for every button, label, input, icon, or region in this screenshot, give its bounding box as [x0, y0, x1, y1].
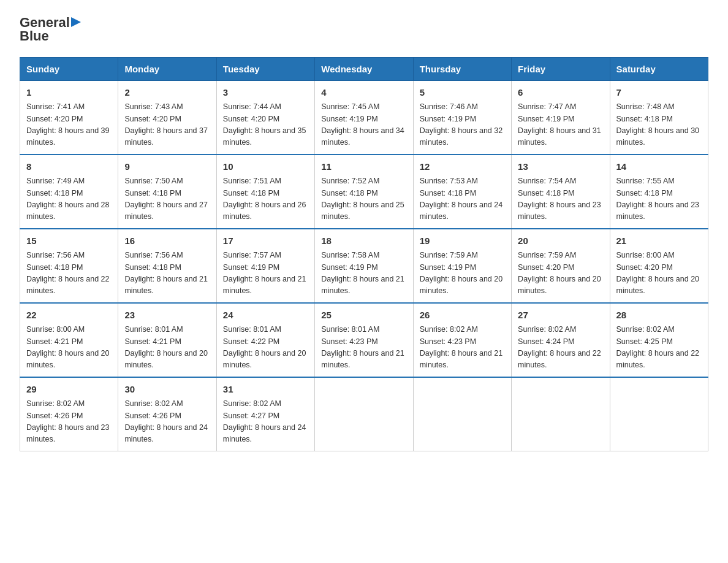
day-number: 4	[321, 86, 406, 100]
logo-text-blue: Blue	[20, 28, 49, 44]
day-info: Sunrise: 8:02 AMSunset: 4:25 PMDaylight:…	[616, 324, 702, 372]
calendar-cell: 1Sunrise: 7:41 AMSunset: 4:20 PMDaylight…	[20, 80, 118, 155]
day-info: Sunrise: 7:59 AMSunset: 4:19 PMDaylight:…	[420, 250, 505, 297]
logo: General Blue	[20, 15, 83, 45]
header-wednesday: Wednesday	[315, 57, 413, 80]
calendar-cell: 26Sunrise: 8:02 AMSunset: 4:23 PMDayligh…	[413, 303, 511, 377]
header-saturday: Saturday	[610, 57, 708, 80]
day-number: 8	[26, 160, 112, 174]
day-number: 17	[223, 234, 308, 248]
calendar-body: 1Sunrise: 7:41 AMSunset: 4:20 PMDaylight…	[20, 80, 708, 451]
day-number: 25	[321, 308, 406, 323]
header-tuesday: Tuesday	[216, 57, 314, 80]
week-row-4: 22Sunrise: 8:00 AMSunset: 4:21 PMDayligh…	[20, 303, 708, 377]
day-number: 19	[420, 234, 505, 248]
header-sunday: Sunday	[20, 57, 118, 80]
svg-marker-0	[71, 17, 81, 27]
day-number: 11	[321, 160, 406, 174]
header-row: SundayMondayTuesdayWednesdayThursdayFrid…	[20, 57, 708, 80]
calendar-cell: 31Sunrise: 8:02 AMSunset: 4:27 PMDayligh…	[216, 377, 314, 451]
calendar-cell	[610, 377, 708, 451]
day-number: 26	[420, 308, 505, 323]
calendar-cell: 29Sunrise: 8:02 AMSunset: 4:26 PMDayligh…	[20, 377, 118, 451]
day-info: Sunrise: 7:51 AMSunset: 4:18 PMDaylight:…	[223, 175, 308, 223]
calendar-cell: 14Sunrise: 7:55 AMSunset: 4:18 PMDayligh…	[610, 155, 708, 229]
calendar-cell	[512, 377, 610, 451]
week-row-3: 15Sunrise: 7:56 AMSunset: 4:18 PMDayligh…	[20, 229, 708, 303]
day-info: Sunrise: 7:56 AMSunset: 4:18 PMDaylight:…	[26, 250, 112, 297]
calendar-cell: 8Sunrise: 7:49 AMSunset: 4:18 PMDaylight…	[20, 155, 118, 229]
calendar-cell: 11Sunrise: 7:52 AMSunset: 4:18 PMDayligh…	[315, 155, 413, 229]
calendar-cell: 17Sunrise: 7:57 AMSunset: 4:19 PMDayligh…	[216, 229, 314, 303]
calendar-cell: 23Sunrise: 8:01 AMSunset: 4:21 PMDayligh…	[118, 303, 216, 377]
page-header: General Blue	[20, 15, 708, 45]
day-number: 1	[26, 86, 112, 100]
calendar-cell: 15Sunrise: 7:56 AMSunset: 4:18 PMDayligh…	[20, 229, 118, 303]
calendar-cell: 12Sunrise: 7:53 AMSunset: 4:18 PMDayligh…	[413, 155, 511, 229]
day-info: Sunrise: 7:41 AMSunset: 4:20 PMDaylight:…	[26, 101, 112, 149]
day-number: 9	[124, 160, 210, 174]
calendar-cell: 9Sunrise: 7:50 AMSunset: 4:18 PMDaylight…	[118, 155, 216, 229]
day-number: 6	[518, 86, 603, 100]
day-number: 24	[223, 308, 308, 323]
day-info: Sunrise: 7:48 AMSunset: 4:18 PMDaylight:…	[616, 101, 702, 149]
day-info: Sunrise: 8:02 AMSunset: 4:24 PMDaylight:…	[518, 324, 603, 372]
calendar-cell: 13Sunrise: 7:54 AMSunset: 4:18 PMDayligh…	[512, 155, 610, 229]
week-row-5: 29Sunrise: 8:02 AMSunset: 4:26 PMDayligh…	[20, 377, 708, 451]
calendar-cell: 22Sunrise: 8:00 AMSunset: 4:21 PMDayligh…	[20, 303, 118, 377]
header-monday: Monday	[118, 57, 216, 80]
day-number: 14	[616, 160, 702, 174]
day-number: 16	[124, 234, 210, 248]
day-number: 27	[518, 308, 603, 323]
day-number: 7	[616, 86, 702, 100]
day-number: 29	[26, 383, 112, 397]
day-number: 28	[616, 308, 702, 323]
calendar-cell: 24Sunrise: 8:01 AMSunset: 4:22 PMDayligh…	[216, 303, 314, 377]
calendar-cell: 4Sunrise: 7:45 AMSunset: 4:19 PMDaylight…	[315, 80, 413, 155]
day-info: Sunrise: 8:00 AMSunset: 4:20 PMDaylight:…	[616, 250, 702, 297]
calendar-cell: 20Sunrise: 7:59 AMSunset: 4:20 PMDayligh…	[512, 229, 610, 303]
day-info: Sunrise: 7:57 AMSunset: 4:19 PMDaylight:…	[223, 250, 308, 297]
day-info: Sunrise: 7:55 AMSunset: 4:18 PMDaylight:…	[616, 175, 702, 223]
day-number: 20	[518, 234, 603, 248]
day-number: 30	[124, 383, 210, 397]
day-info: Sunrise: 8:01 AMSunset: 4:22 PMDaylight:…	[223, 324, 308, 372]
day-info: Sunrise: 7:58 AMSunset: 4:19 PMDaylight:…	[321, 250, 406, 297]
calendar-cell: 25Sunrise: 8:01 AMSunset: 4:23 PMDayligh…	[315, 303, 413, 377]
day-info: Sunrise: 7:45 AMSunset: 4:19 PMDaylight:…	[321, 101, 406, 149]
day-info: Sunrise: 7:54 AMSunset: 4:18 PMDaylight:…	[518, 175, 603, 223]
day-number: 23	[124, 308, 210, 323]
calendar-cell: 16Sunrise: 7:56 AMSunset: 4:18 PMDayligh…	[118, 229, 216, 303]
calendar-cell: 10Sunrise: 7:51 AMSunset: 4:18 PMDayligh…	[216, 155, 314, 229]
day-info: Sunrise: 8:02 AMSunset: 4:26 PMDaylight:…	[26, 398, 112, 446]
day-number: 15	[26, 234, 112, 248]
calendar-cell: 21Sunrise: 8:00 AMSunset: 4:20 PMDayligh…	[610, 229, 708, 303]
calendar-cell	[413, 377, 511, 451]
calendar-cell: 18Sunrise: 7:58 AMSunset: 4:19 PMDayligh…	[315, 229, 413, 303]
day-number: 2	[124, 86, 210, 100]
day-info: Sunrise: 7:59 AMSunset: 4:20 PMDaylight:…	[518, 250, 603, 297]
header-thursday: Thursday	[413, 57, 511, 80]
day-number: 3	[223, 86, 308, 100]
day-info: Sunrise: 7:50 AMSunset: 4:18 PMDaylight:…	[124, 175, 210, 223]
day-info: Sunrise: 7:47 AMSunset: 4:19 PMDaylight:…	[518, 101, 603, 149]
day-info: Sunrise: 7:52 AMSunset: 4:18 PMDaylight:…	[321, 175, 406, 223]
calendar-cell: 5Sunrise: 7:46 AMSunset: 4:19 PMDaylight…	[413, 80, 511, 155]
day-number: 21	[616, 234, 702, 248]
calendar-cell	[315, 377, 413, 451]
day-info: Sunrise: 8:00 AMSunset: 4:21 PMDaylight:…	[26, 324, 112, 372]
calendar-header: SundayMondayTuesdayWednesdayThursdayFrid…	[20, 57, 708, 80]
day-info: Sunrise: 7:49 AMSunset: 4:18 PMDaylight:…	[26, 175, 112, 223]
day-number: 13	[518, 160, 603, 174]
day-info: Sunrise: 8:01 AMSunset: 4:21 PMDaylight:…	[124, 324, 210, 372]
day-number: 18	[321, 234, 406, 248]
calendar-cell: 27Sunrise: 8:02 AMSunset: 4:24 PMDayligh…	[512, 303, 610, 377]
day-number: 31	[223, 383, 308, 397]
calendar-cell: 3Sunrise: 7:44 AMSunset: 4:20 PMDaylight…	[216, 80, 314, 155]
header-friday: Friday	[512, 57, 610, 80]
day-info: Sunrise: 8:02 AMSunset: 4:26 PMDaylight:…	[124, 398, 210, 446]
calendar-table: SundayMondayTuesdayWednesdayThursdayFrid…	[20, 57, 708, 451]
calendar-cell: 2Sunrise: 7:43 AMSunset: 4:20 PMDaylight…	[118, 80, 216, 155]
day-info: Sunrise: 7:53 AMSunset: 4:18 PMDaylight:…	[420, 175, 505, 223]
week-row-2: 8Sunrise: 7:49 AMSunset: 4:18 PMDaylight…	[20, 155, 708, 229]
